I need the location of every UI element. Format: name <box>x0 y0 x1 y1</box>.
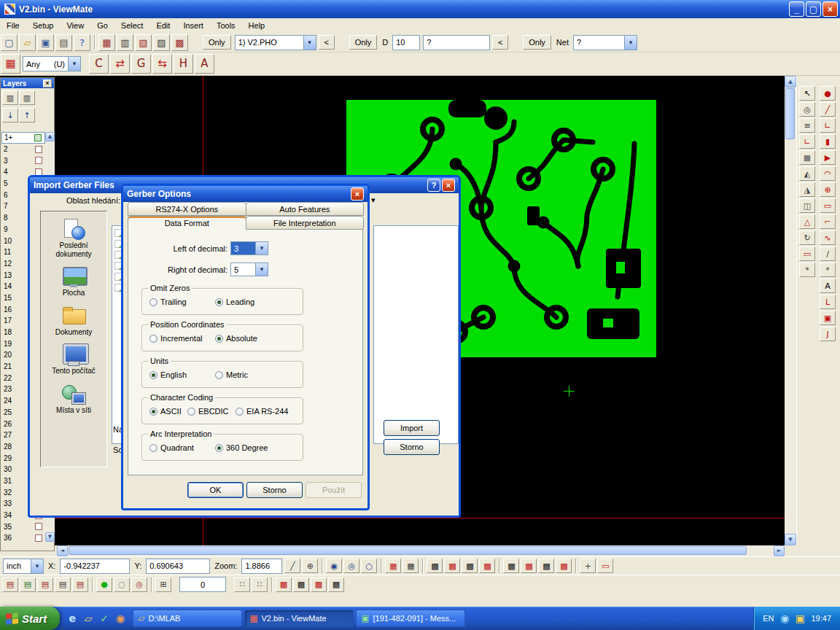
menu-help[interactable]: Help <box>242 20 272 31</box>
pointer-icon[interactable]: ↖ <box>799 86 815 101</box>
flash-pad-icon[interactable]: ● <box>820 86 836 101</box>
select-circle-icon[interactable]: ◌ <box>114 578 130 592</box>
units-select[interactable]: inch ▾ <box>3 559 44 574</box>
radio-absolute[interactable]: Absolute <box>215 334 257 343</box>
layer-film-5-icon[interactable]: ▤ <box>72 578 88 592</box>
draw-circle-icon[interactable]: ⊕ <box>820 182 836 197</box>
measure-triangle-icon[interactable]: △ <box>799 214 815 229</box>
tab-auto-features[interactable]: Auto Features <box>246 202 365 216</box>
pattern-2-icon[interactable]: ▩ <box>293 578 309 592</box>
dialog-close-icon[interactable]: × <box>442 179 455 192</box>
pattern-4-icon[interactable]: ▩ <box>328 578 344 592</box>
layer-visibility-box[interactable] <box>35 157 42 164</box>
security-center-icon[interactable]: ✓ <box>98 612 111 625</box>
radio-metric[interactable]: Metric <box>215 370 248 379</box>
grid-dots-icon[interactable]: ▦ <box>385 559 401 573</box>
dropdown-arrow-icon[interactable]: ▾ <box>255 263 268 276</box>
place-plocha[interactable]: Plocha <box>41 262 106 301</box>
layers-panel-titlebar[interactable]: Layers × <box>1 78 54 88</box>
film-view-2-icon[interactable]: ▩ <box>444 559 460 573</box>
net-select[interactable]: ? ▾ <box>573 35 637 50</box>
open-file-icon[interactable]: ▱ <box>19 34 36 51</box>
task-v2-bin-viewmate[interactable]: ▦V2.bin - ViewMate <box>244 610 354 627</box>
report-icon[interactable]: ▩ <box>171 34 188 51</box>
flip-vertical-icon[interactable]: ◭ <box>799 166 815 181</box>
snap-indicator-icon[interactable]: ● <box>96 578 112 592</box>
right-of-decimal-select[interactable]: 5 ▾ <box>230 262 268 276</box>
pattern-1-icon[interactable]: ▩ <box>276 578 292 592</box>
minimize-button[interactable]: _ <box>789 1 804 17</box>
film-view-8-icon[interactable]: ▩ <box>556 559 572 573</box>
frame-mode-icon[interactable]: ▭ <box>597 559 613 573</box>
layer-film-3-icon[interactable]: ▤ <box>37 578 53 592</box>
film-view-7-icon[interactable]: ▩ <box>538 559 554 573</box>
dropdown-arrow-icon[interactable]: ▾ <box>303 36 316 50</box>
draw-rect-icon[interactable]: ▭ <box>820 198 836 213</box>
zoom-in-icon[interactable]: ◉ <box>326 559 342 573</box>
menu-edit[interactable]: Edit <box>149 20 176 31</box>
flip-horizontal-icon[interactable]: ◮ <box>799 182 815 197</box>
layer-list-icon[interactable]: ≡ <box>799 118 815 133</box>
dcode-table-icon[interactable]: ▥ <box>117 34 133 51</box>
layer-row-2[interactable]: 2 <box>1 144 45 155</box>
save-file-icon[interactable]: ▣ <box>37 34 54 51</box>
messenger-tray-icon[interactable]: ◉ <box>778 612 791 625</box>
dot-grid-2-icon[interactable]: ∷ <box>252 578 268 592</box>
menu-select[interactable]: Select <box>114 20 150 31</box>
dialog-close-icon[interactable]: × <box>351 187 364 201</box>
corner-select-icon[interactable]: ∟ <box>799 134 815 149</box>
dropdown-arrow-icon[interactable]: ▾ <box>624 36 637 50</box>
import-cancel-button[interactable]: Storno <box>384 439 440 455</box>
layer-film-4-icon[interactable]: ▤ <box>55 578 71 592</box>
menu-view[interactable]: View <box>60 20 90 31</box>
grid-settings-icon[interactable]: ▨ <box>153 34 170 51</box>
aperture-table-icon[interactable]: ▦ <box>98 34 115 51</box>
menu-go[interactable]: Go <box>90 20 114 31</box>
dashed-rect-icon[interactable]: ▭ <box>799 246 815 261</box>
canvas-vscrollbar[interactable]: ▲ ▼ <box>785 76 796 545</box>
ruler-diagonal-icon[interactable]: ╱ <box>284 559 300 573</box>
draw-corner-icon[interactable]: ∟ <box>820 118 836 133</box>
layer-select[interactable]: 1) V2.PHO ▾ <box>235 35 316 50</box>
scroll-right-icon[interactable]: ► <box>774 545 785 556</box>
browser-icon[interactable]: ◉ <box>114 612 127 625</box>
layer-visibility-box[interactable] <box>35 523 42 530</box>
grid-lines-icon[interactable]: ▦ <box>402 559 419 573</box>
file-list[interactable] <box>373 225 459 444</box>
draw-wave-icon[interactable]: ∿ <box>820 230 836 245</box>
radio-english[interactable]: English <box>149 370 187 379</box>
move-layer-up-icon[interactable]: ↑ <box>19 108 35 122</box>
task-191-482-091-mess[interactable]: ▣[191-482-091] - Mess... <box>356 610 465 627</box>
tab-data-format[interactable]: Data Format <box>128 216 246 230</box>
look-in-dropdown-icon[interactable]: ▾ <box>371 196 384 210</box>
print-icon[interactable]: ▤ <box>55 34 72 51</box>
only-layer-toggle[interactable]: Only <box>203 35 231 50</box>
hscroll-thumb[interactable] <box>69 546 747 555</box>
selection-grid-icon[interactable]: ▦ <box>1 54 20 74</box>
only-net-toggle[interactable]: Only <box>523 35 551 50</box>
prev-layer-button[interactable]: < <box>319 35 335 50</box>
config-star-icon[interactable]: * <box>820 262 836 277</box>
updates-tray-icon[interactable]: ▣ <box>793 612 806 625</box>
scroll-up-icon[interactable]: ▲ <box>45 132 55 141</box>
dropdown-arrow-icon[interactable]: ▾ <box>255 242 268 254</box>
start-button[interactable]: Start <box>0 607 60 630</box>
draw-arrow-icon[interactable]: ▶ <box>820 150 836 165</box>
only-dcode-toggle[interactable]: Only <box>349 35 378 50</box>
import-button[interactable]: Import <box>384 420 440 436</box>
button-ok[interactable]: OK <box>187 482 244 498</box>
layer-row-36[interactable]: 36 <box>1 532 45 542</box>
draw-arc-icon[interactable]: ◠ <box>820 166 836 181</box>
zoom-select-icon[interactable]: ◎ <box>799 102 815 117</box>
text-a-icon[interactable]: A <box>820 279 836 293</box>
item-type-select[interactable]: Any (U) ▾ <box>23 56 81 71</box>
layer-visibility-box[interactable] <box>35 146 42 153</box>
zoom-fit-icon[interactable]: ○ <box>361 559 377 573</box>
highlight-mode-icon[interactable]: H <box>174 54 193 74</box>
move-layer-down-icon[interactable]: ↓ <box>2 108 18 122</box>
layer-visibility-box[interactable] <box>35 534 42 542</box>
film-view-1-icon[interactable]: ▩ <box>427 559 443 573</box>
align-items-icon[interactable]: ⇆ <box>152 54 172 74</box>
dot-grid-1-icon[interactable]: ∷ <box>234 578 250 592</box>
prev-dcode-button[interactable]: < <box>492 35 508 50</box>
